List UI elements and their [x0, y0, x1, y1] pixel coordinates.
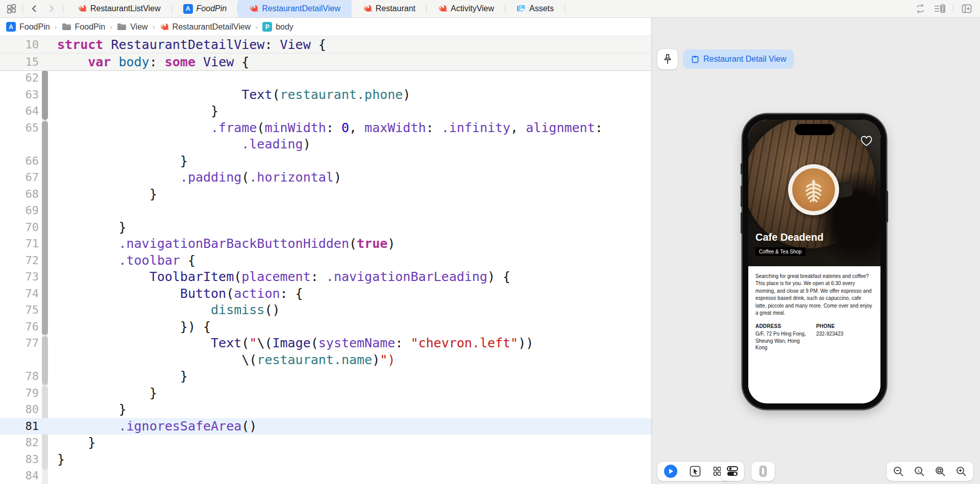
code-line-66[interactable]: 66 } [0, 153, 651, 170]
code-line-82[interactable]: 82 } [0, 435, 651, 451]
folder-icon [117, 23, 127, 31]
preview-target-label: Restaurant Detail View [703, 55, 786, 64]
phone-label: PHONE [816, 323, 843, 329]
code-line-74[interactable]: 74 Button(action: { [0, 286, 651, 302]
line-number: 77 [0, 335, 39, 352]
code-review-icon[interactable] [914, 3, 926, 15]
code-line-75[interactable]: 75 dismiss() [0, 302, 651, 319]
phone-column: PHONE 232-923423 [816, 323, 843, 351]
tab-Restaurant[interactable]: Restaurant [352, 0, 427, 17]
address-label: ADDRESS [755, 323, 816, 329]
editor-tab-bar: RestaurantListViewAFoodPinRestaurantDeta… [0, 0, 980, 18]
volume-down-button [741, 212, 743, 234]
dynamic-island [795, 124, 835, 135]
code-line-83[interactable]: 83} [0, 451, 651, 468]
preview-device-icon [691, 55, 699, 64]
line-number [0, 352, 39, 369]
source-editor[interactable]: 10struct RestaurantDetailView: View {15 … [0, 36, 651, 484]
tab-FoodPin[interactable]: AFoodPin [172, 0, 238, 17]
line-number: 80 [0, 401, 39, 418]
line-text: } [57, 103, 218, 120]
tab-strip: RestaurantListViewAFoodPinRestaurantDeta… [66, 0, 565, 17]
breadcrumb-item-View[interactable]: View [117, 22, 148, 32]
add-editor-icon[interactable] [961, 3, 973, 15]
related-items-icon[interactable] [5, 3, 17, 15]
line-number: 71 [0, 236, 39, 252]
preview-target-chip[interactable]: Restaurant Detail View [683, 49, 794, 69]
tab-RestaurantListView[interactable]: RestaurantListView [66, 0, 172, 17]
line-number: 63 [0, 87, 39, 104]
code-line-81[interactable]: 81 .ignoresSafeArea() [0, 418, 651, 435]
select-mode-pointer-icon[interactable] [690, 466, 701, 477]
code-line-76[interactable]: 76 }) { [0, 319, 651, 336]
code-line-71[interactable]: 71 .navigationBarBackButtonHidden(true) [0, 236, 651, 252]
favorite-heart-icon[interactable] [860, 135, 873, 149]
code-line-63[interactable]: 63 Text(restaurant.phone) [0, 87, 651, 104]
line-number: 10 [0, 36, 39, 53]
code-line-80[interactable]: 80 } [0, 401, 651, 418]
code-line-10[interactable]: 10struct RestaurantDetailView: View { [0, 36, 651, 54]
swift-file-icon [249, 4, 258, 13]
zoom-100-icon[interactable]: 1 [914, 466, 925, 477]
app-project-icon: A [183, 4, 193, 14]
line-number: 68 [0, 186, 39, 203]
line-number: 64 [0, 103, 39, 120]
line-text: } [57, 451, 65, 468]
zoom-to-fit-icon[interactable] [935, 466, 946, 477]
power-button [886, 191, 888, 222]
back-chevron-icon[interactable] [28, 3, 40, 15]
tab-ActivityView[interactable]: ActivityView [427, 0, 505, 17]
iphone-preview: Cafe Deadend Coffee & Tea Shop Searching… [743, 114, 886, 409]
code-line-77[interactable]: 77 Text("\(Image(systemName: "chevron.le… [0, 335, 651, 352]
code-line-69[interactable]: 69 [0, 202, 651, 219]
zoom-in-icon[interactable] [956, 466, 967, 477]
tab-RestaurantDetailView[interactable]: RestaurantDetailView [238, 0, 352, 17]
code-line-wrap[interactable]: .leading) [0, 136, 651, 153]
breadcrumb-item-RestaurantDetailView[interactable]: RestaurantDetailView [160, 22, 251, 32]
device-settings-toggles-icon[interactable] [726, 465, 739, 477]
code-line-79[interactable]: 79 } [0, 385, 651, 402]
code-line-84[interactable]: 84 [0, 468, 651, 484]
live-preview-play-icon[interactable] [664, 465, 677, 478]
breadcrumb-item-body[interactable]: Pbody [262, 22, 293, 32]
divider [63, 5, 63, 13]
code-line-70[interactable]: 70 } [0, 219, 651, 236]
xcode-window: RestaurantListViewAFoodPinRestaurantDeta… [0, 0, 980, 484]
editor-options-icon[interactable] [934, 3, 946, 15]
line-text: .toolbar { [57, 252, 195, 269]
breadcrumb-item-FoodPin[interactable]: AFoodPin [6, 22, 50, 32]
pin-preview-button[interactable] [657, 49, 678, 69]
code-lines: 6263 Text(restaurant.phone)64 }65 .frame… [0, 70, 651, 484]
line-text: } [57, 186, 157, 203]
zoom-out-icon[interactable] [893, 466, 904, 477]
restaurant-info: Searching for great breakfast eateries a… [748, 266, 880, 403]
swift-file-icon [78, 4, 87, 13]
code-line-68[interactable]: 68 } [0, 186, 651, 203]
latte-art [792, 168, 835, 211]
code-line-73[interactable]: 73 ToolbarItem(placement: .navigationBar… [0, 269, 651, 286]
code-line-15[interactable]: 15 var body: some View { [0, 54, 651, 71]
breadcrumb-item-FoodPin[interactable]: FoodPin [62, 22, 106, 32]
restaurant-name: Cafe Deadend [755, 232, 823, 243]
code-line-62[interactable]: 62 [0, 70, 651, 87]
breadcrumb-separator: › [54, 22, 58, 31]
code-line-wrap[interactable]: \(restaurant.name)") [0, 352, 651, 369]
code-line-78[interactable]: 78 } [0, 368, 651, 385]
code-line-67[interactable]: 67 .padding(.horizontal) [0, 169, 651, 186]
forward-chevron-icon[interactable] [45, 3, 58, 15]
editor-pane: AFoodPin›FoodPin›View›RestaurantDetailVi… [0, 18, 651, 484]
line-number: 69 [0, 202, 39, 219]
tab-Assets[interactable]: Assets [505, 0, 565, 17]
code-line-72[interactable]: 72 .toolbar { [0, 252, 651, 269]
contact-columns: ADDRESS G/F, 72 Po Hing Fong, Sheung Wan… [755, 323, 873, 351]
line-text: }) { [57, 319, 211, 336]
code-line-65[interactable]: 65 .frame(minWidth: 0, maxWidth: .infini… [0, 120, 651, 137]
device-settings-group [721, 462, 744, 481]
line-number: 70 [0, 219, 39, 236]
tab-bar-right-actions [914, 0, 980, 17]
code-line-64[interactable]: 64 } [0, 103, 651, 120]
preview-on-device-icon[interactable] [758, 465, 768, 477]
breadcrumb-separator: › [255, 22, 258, 31]
line-text: struct RestaurantDetailView: View { [57, 36, 326, 53]
phone-value: 232-923423 [816, 330, 843, 338]
